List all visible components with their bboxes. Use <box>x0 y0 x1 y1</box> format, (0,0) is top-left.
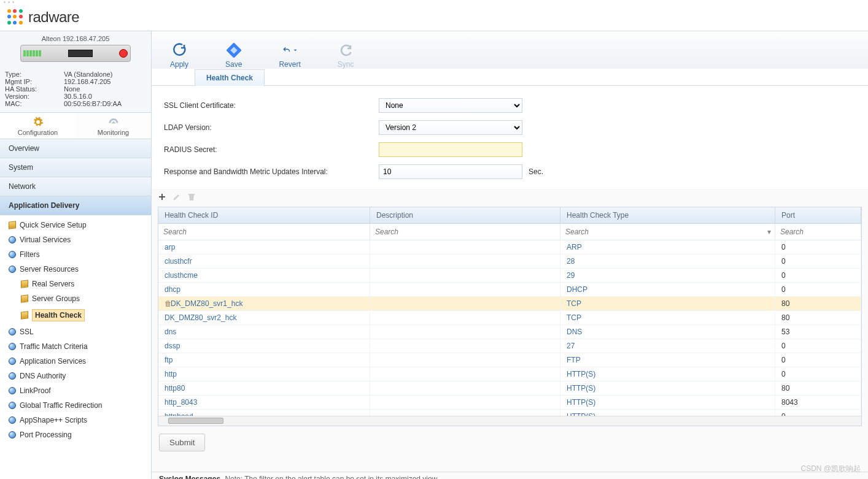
nav-overview[interactable]: Overview <box>0 139 151 158</box>
tree-item-health-check[interactable]: Health Check <box>0 306 151 324</box>
table-row[interactable]: dhcpDHCP0 <box>158 283 861 297</box>
col-header-type[interactable]: Health Check Type <box>560 207 775 224</box>
device-image <box>20 45 131 62</box>
app-header: radware <box>0 4 868 31</box>
table-row[interactable]: DK_DMZ80_svr2_hckTCP80 <box>158 311 861 325</box>
add-button[interactable] <box>158 193 166 203</box>
col-header-id[interactable]: Health Check ID <box>158 207 370 224</box>
col-header-desc[interactable]: Description <box>370 207 560 224</box>
globe-icon <box>9 372 16 380</box>
watermark: CSDN @凯歌响起 <box>800 464 861 474</box>
trash-icon <box>187 193 196 201</box>
tree-item-server-resources[interactable]: Server Resources <box>0 262 151 277</box>
submit-button[interactable]: Submit <box>159 434 205 451</box>
tree-item-application-services[interactable]: Application Services <box>0 354 151 369</box>
col-header-port[interactable]: Port <box>775 207 861 224</box>
ldap-version-select[interactable]: Version 2 <box>379 120 522 135</box>
globe-icon <box>9 328 16 335</box>
tab-monitoring[interactable]: Monitoring <box>76 113 151 139</box>
globe-icon <box>9 251 16 258</box>
cube-icon <box>21 280 28 288</box>
apply-button[interactable]: Apply <box>170 37 188 69</box>
filter-desc-input[interactable] <box>374 226 556 238</box>
nav-network[interactable]: Network <box>0 177 151 196</box>
gauge-icon <box>108 117 119 128</box>
revert-icon <box>282 43 297 58</box>
table-row[interactable]: ftpFTP0 <box>158 353 861 367</box>
sync-icon <box>338 43 353 58</box>
gear-icon <box>33 117 44 128</box>
nav-system[interactable]: System <box>0 158 151 177</box>
globe-icon <box>9 431 16 439</box>
save-button[interactable]: Save <box>225 37 242 69</box>
sidebar: Alteon 192.168.47.205 Type:VA (Standalon… <box>0 31 152 479</box>
tree-item-real-servers[interactable]: Real Servers <box>0 277 151 291</box>
filter-type-input[interactable] <box>564 226 767 238</box>
filter-port-input[interactable] <box>779 226 857 238</box>
horizontal-scrollbar[interactable] <box>158 416 861 426</box>
table-row[interactable]: http_8043HTTP(S)8043 <box>158 396 861 410</box>
globe-icon <box>9 236 16 243</box>
globe-icon <box>9 358 16 365</box>
interval-suffix: Sec. <box>529 167 543 176</box>
interval-label: Response and Bandwidth Metric Updates In… <box>164 167 379 176</box>
radius-secret-input[interactable] <box>379 142 522 157</box>
radius-secret-label: RADIUS Secret: <box>164 145 379 154</box>
chevron-down-icon[interactable] <box>293 47 297 53</box>
save-icon <box>227 43 241 58</box>
delete-mark-icon: 🗑 <box>165 299 171 308</box>
toolbar: Apply Save Revert Sync <box>152 31 868 69</box>
revert-button[interactable]: Revert <box>279 37 300 69</box>
ssl-cert-select[interactable]: None <box>379 98 522 113</box>
cube-icon <box>21 294 28 302</box>
table-row[interactable]: dssp270 <box>158 339 861 353</box>
cube-icon <box>21 311 28 319</box>
ssl-cert-label: SSL Client Certificate: <box>164 101 379 110</box>
apply-icon <box>172 43 187 58</box>
table-row[interactable]: httpHTTP(S)0 <box>158 367 861 381</box>
tree-item-ssl[interactable]: SSL <box>0 324 151 339</box>
table-row[interactable]: clusthcfr280 <box>158 255 861 269</box>
form-area: SSL Client Certificate: None LDAP Versio… <box>152 86 868 189</box>
delete-button[interactable] <box>187 193 196 203</box>
syslog-panel: Syslog Messages Note: The filter on the … <box>152 472 868 479</box>
globe-icon <box>9 266 16 273</box>
globe-icon <box>9 416 16 424</box>
chevron-down-icon[interactable]: ▾ <box>767 228 771 236</box>
table-row[interactable]: arpARP0 <box>158 240 861 255</box>
nav-tree: Quick Service SetupVirtual ServicesFilte… <box>0 215 151 479</box>
edit-button[interactable] <box>172 193 181 203</box>
table-row[interactable]: httpheadHTTP(S)0 <box>158 410 861 416</box>
radware-logo-icon <box>7 9 23 25</box>
tab-configuration[interactable]: Configuration <box>0 113 76 139</box>
page-tab-health-check[interactable]: Health Check <box>195 69 265 86</box>
tree-item-dns-authority[interactable]: DNS Authority <box>0 369 151 383</box>
filter-id-input[interactable] <box>162 226 366 238</box>
cube-icon <box>9 221 16 229</box>
nav-application-delivery[interactable]: Application Delivery <box>0 196 151 215</box>
brand-name: radware <box>28 9 79 26</box>
table-row[interactable]: clusthcme290 <box>158 269 861 283</box>
tree-item-appshape-scripts[interactable]: AppShape++ Scripts <box>0 413 151 427</box>
table-row[interactable]: 🗑DK_DMZ80_svr1_hckTCP80 <box>158 297 861 311</box>
tree-item-port-processing[interactable]: Port Processing <box>0 427 151 442</box>
pencil-icon <box>172 193 181 201</box>
tree-item-traffic-match-criteria[interactable]: Traffic Match Criteria <box>0 339 151 354</box>
tree-item-linkproof[interactable]: LinkProof <box>0 383 151 398</box>
plus-icon <box>158 193 166 201</box>
ldap-version-label: LDAP Version: <box>164 123 379 132</box>
globe-icon <box>9 343 16 350</box>
tree-item-virtual-services[interactable]: Virtual Services <box>0 232 151 247</box>
tree-item-filters[interactable]: Filters <box>0 247 151 262</box>
device-title: Alteon 192.168.47.205 <box>2 35 149 42</box>
health-check-grid: Health Check ID Description Health Check… <box>158 207 862 426</box>
tree-item-quick-service-setup[interactable]: Quick Service Setup <box>0 218 151 232</box>
tree-item-server-groups[interactable]: Server Groups <box>0 291 151 306</box>
device-info: Type:VA (Standalone) Mgmt IP:192.168.47.… <box>0 68 151 112</box>
table-row[interactable]: dnsDNS53 <box>158 325 861 339</box>
interval-input[interactable] <box>379 164 522 179</box>
tree-item-global-traffic-redirection[interactable]: Global Traffic Redirection <box>0 398 151 413</box>
table-row[interactable]: http80HTTP(S)80 <box>158 381 861 396</box>
sync-button[interactable]: Sync <box>338 37 354 69</box>
globe-icon <box>9 402 16 409</box>
